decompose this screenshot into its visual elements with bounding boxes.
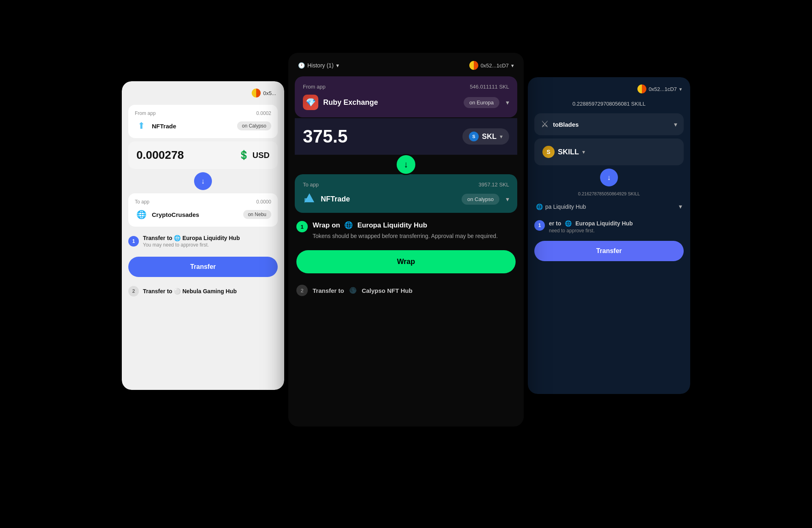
- center-to-label-row: To app 3957.12 SKL: [303, 182, 509, 188]
- history-icon: 🕐: [298, 62, 305, 69]
- center-wallet-chevron-icon: ▾: [511, 63, 514, 69]
- left-wallet-badge: 0x5...: [252, 89, 276, 97]
- left-token-right: 💲 USD: [238, 150, 270, 160]
- center-amount-strip: 375.5 S SKL ▾: [295, 118, 517, 155]
- right-wallet-address: 0x52...1cD7: [649, 86, 677, 92]
- center-token-selector[interactable]: S SKL ▾: [462, 128, 509, 145]
- nftrade-icon-center: [303, 193, 316, 206]
- history-chevron-icon: ▾: [336, 62, 339, 69]
- right-amount-box: S SKILL ▾: [534, 138, 684, 165]
- right-hub-name: 🌐 pa Liquidity Hub: [536, 203, 586, 210]
- left-step1-title: Transfer to 🌐 Europa Liquidity Hub: [143, 235, 240, 241]
- center-to-balance: 3957.12 SKL: [479, 182, 509, 188]
- center-to-label: To app: [303, 182, 319, 188]
- left-swap-area: ↓: [122, 172, 284, 190]
- nftrade-icon-left: ⬆: [135, 119, 148, 132]
- center-step1-title: Wrap on 🌐 Europa Liquidity Hub: [313, 221, 516, 229]
- right-transfer-button[interactable]: Transfer: [534, 241, 684, 261]
- right-balance-top: 0.228859729708056081 SKILL: [528, 97, 690, 110]
- center-header: 🕐 History (1) ▾ 0x52...1cD7 ▾: [288, 53, 524, 76]
- right-step1-circle: 1: [534, 220, 545, 231]
- center-wallet-address: 0x52...1cD7: [481, 63, 509, 69]
- right-token-selector[interactable]: S SKILL ▾: [542, 146, 585, 158]
- center-step2-circle: 2: [296, 285, 308, 296]
- left-transfer-button[interactable]: Transfer: [128, 257, 278, 277]
- right-step1-content: er to 🌐 Europa Liquidity Hub need to app…: [549, 220, 684, 234]
- left-token-symbol: USD: [253, 151, 270, 160]
- center-step1-content: Wrap on 🌐 Europa Liquidity Hub Tokens sh…: [313, 221, 516, 240]
- right-balance-bottom: 0.216278785050864929 SKILL: [528, 190, 690, 198]
- center-from-chain: on Europa: [464, 97, 499, 108]
- cryptocrusades-icon: 🌐: [135, 208, 148, 221]
- left-to-app-name: CryptoCrusades: [152, 211, 239, 218]
- left-wallet-icon: [252, 89, 261, 97]
- left-amount-box: 0.000278 💲 USD: [128, 141, 278, 169]
- wrap-button[interactable]: Wrap: [296, 250, 516, 273]
- right-app-row: ⚔ toBlades ▾: [541, 119, 677, 130]
- right-app-name: toBlades: [553, 121, 670, 128]
- left-step1-sub: You may need to approve first.: [143, 242, 240, 248]
- left-swap-button[interactable]: ↓: [194, 172, 212, 190]
- center-to-box: To app 3957.12 SKL NFTrade on Calypso ▾: [295, 174, 517, 213]
- history-button[interactable]: 🕐 History (1) ▾: [298, 62, 339, 69]
- center-to-app-row: NFTrade on Calypso ▾: [303, 193, 509, 206]
- right-token-symbol: SKILL: [558, 148, 579, 156]
- center-step2-title: Transfer to 🌑 Calypso NFT Hub: [313, 287, 412, 294]
- left-amount-value: 0.000278: [136, 149, 184, 162]
- right-card: 0x52...1cD7 ▾ 0.228859729708056081 SKILL…: [528, 77, 690, 394]
- history-label: History (1): [307, 62, 334, 69]
- center-wallet-icon: [469, 61, 478, 70]
- center-from-label-row: From app 546.011111 SKL: [303, 84, 509, 90]
- right-app-section: ⚔ toBlades ▾: [534, 113, 684, 135]
- left-to-box: To app 0.0000 🌐 CryptoCrusades on Nebu: [128, 193, 278, 227]
- left-step1-content: Transfer to 🌐 Europa Liquidity Hub You m…: [143, 235, 240, 248]
- right-step1-title: er to 🌐 Europa Liquidity Hub: [549, 220, 684, 227]
- right-swap-button[interactable]: ↓: [600, 169, 618, 186]
- left-step2-row: 2 Transfer to ⚪ Nebula Gaming Hub: [122, 281, 284, 301]
- left-from-label: From app 0.0002: [135, 110, 271, 116]
- left-step1-row: 1 Transfer to 🌐 Europa Liquidity Hub You…: [122, 230, 284, 253]
- skl-token-icon: S: [469, 132, 479, 141]
- ruby-exchange-icon: 💎: [303, 95, 318, 110]
- left-from-chain: on Calypso: [237, 121, 271, 130]
- center-to-chevron-icon: ▾: [506, 195, 509, 203]
- right-wallet-chevron-icon: ▾: [679, 86, 682, 92]
- left-from-app-row: ⬆ NFTrade on Calypso: [135, 119, 271, 132]
- right-hub-row: 🌐 pa Liquidity Hub ▾: [528, 198, 690, 215]
- center-swap-button[interactable]: ↓: [395, 154, 417, 175]
- right-wallet-badge: 0x52...1cD7 ▾: [637, 84, 682, 93]
- center-token-chevron-icon: ▾: [500, 133, 503, 140]
- center-from-box: From app 546.011111 SKL 💎 Ruby Exchange …: [295, 76, 517, 117]
- center-from-app-name: Ruby Exchange: [323, 98, 459, 107]
- right-swap-area: ↓: [528, 169, 690, 186]
- right-app-chevron-icon: ▾: [674, 121, 677, 128]
- skill-token-icon: S: [542, 146, 555, 158]
- left-step2-title: Transfer to ⚪ Nebula Gaming Hub: [143, 288, 237, 294]
- center-from-balance: 546.011111 SKL: [470, 84, 509, 90]
- right-hub-chevron-icon: ▾: [679, 203, 682, 210]
- left-wallet-address: 0x5...: [263, 90, 276, 96]
- cryptoblades-icon: ⚔: [541, 119, 549, 130]
- left-step1-circle: 1: [128, 236, 139, 247]
- center-card: 🕐 History (1) ▾ 0x52...1cD7 ▾ From app 5…: [288, 53, 524, 426]
- left-from-app-name: NFTrade: [152, 123, 233, 130]
- center-from-app-row: 💎 Ruby Exchange on Europa ▾: [303, 95, 509, 110]
- center-step1-circle: 1: [296, 221, 308, 232]
- left-header: 0x5...: [122, 81, 284, 102]
- svg-marker-0: [304, 193, 314, 202]
- center-step1-row: 1 Wrap on 🌐 Europa Liquidity Hub Tokens …: [288, 213, 524, 244]
- left-card: 0x5... From app 0.0002 ⬆ NFTrade on Caly…: [122, 81, 284, 390]
- right-step1-sub: need to approve first.: [549, 228, 684, 234]
- center-to-chain: on Calypso: [462, 194, 499, 205]
- right-header: 0x52...1cD7 ▾: [528, 77, 690, 97]
- center-step1-sub: Tokens should be wrapped before transfer…: [313, 232, 516, 240]
- center-swap-area: ↓: [288, 154, 524, 175]
- right-token-chevron-icon: ▾: [582, 149, 585, 155]
- center-from-label: From app: [303, 84, 326, 90]
- left-step2-circle: 2: [128, 286, 139, 296]
- left-from-box: From app 0.0002 ⬆ NFTrade on Calypso: [128, 105, 278, 138]
- center-to-app-name: NFTrade: [321, 195, 457, 203]
- center-from-chevron-icon: ▾: [506, 99, 509, 106]
- left-to-label: To app 0.0000: [135, 199, 271, 205]
- center-wallet-badge: 0x52...1cD7 ▾: [469, 61, 514, 70]
